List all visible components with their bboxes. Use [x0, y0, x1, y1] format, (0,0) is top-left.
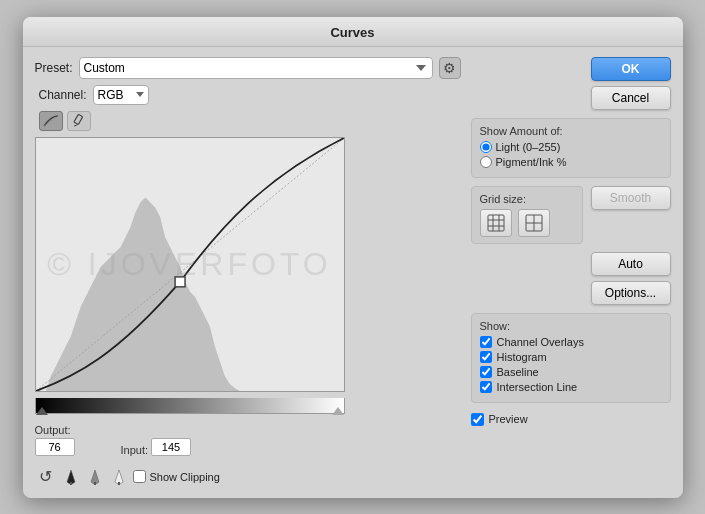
grid-size-title: Grid size: — [480, 193, 574, 205]
svg-rect-1 — [73, 114, 82, 124]
channel-overlays-row: Channel Overlays — [480, 336, 662, 348]
gear-button[interactable]: ⚙ — [439, 57, 461, 79]
show-clipping-checkbox[interactable] — [133, 470, 146, 483]
svg-rect-13 — [94, 482, 96, 485]
intersection-line-label: Intersection Line — [497, 381, 578, 393]
curve-tools — [39, 111, 461, 131]
input-label: Input: — [121, 444, 149, 456]
baseline-row: Baseline — [480, 366, 662, 378]
svg-rect-11 — [175, 276, 185, 286]
svg-line-2 — [74, 125, 77, 126]
intersection-line-checkbox[interactable] — [480, 381, 492, 393]
gray-eyedropper-button[interactable] — [85, 467, 105, 487]
preset-label: Preset: — [35, 61, 73, 75]
show-title: Show: — [480, 320, 662, 332]
pigment-label: Pigment/Ink % — [496, 156, 567, 168]
cancel-button[interactable]: Cancel — [591, 86, 671, 110]
preset-row: Preset: Custom Default Strong Contrast ⚙ — [35, 57, 461, 79]
dialog-title: Curves — [330, 25, 374, 40]
gradient-bar-horizontal — [35, 398, 345, 414]
curves-dialog: Curves Preset: Custom Default Strong Con… — [23, 17, 683, 498]
ok-button[interactable]: OK — [591, 57, 671, 81]
preview-label: Preview — [489, 413, 528, 425]
intersection-line-row: Intersection Line — [480, 381, 662, 393]
large-grid-button[interactable] — [518, 209, 550, 237]
show-amount-title: Show Amount of: — [480, 125, 662, 137]
pencil-tool-button[interactable] — [67, 111, 91, 131]
grid-size-group: Grid size: — [471, 186, 583, 244]
light-radio[interactable] — [480, 141, 492, 153]
show-group: Show: Channel Overlays Histogram Baselin… — [471, 313, 671, 403]
output-value-input[interactable]: 76 — [35, 438, 75, 456]
svg-rect-12 — [70, 482, 72, 485]
right-panel: OK Cancel Show Amount of: Light (0–255) … — [471, 57, 671, 488]
channel-select[interactable]: RGB Red Green Blue — [93, 85, 149, 105]
pigment-radio[interactable] — [480, 156, 492, 168]
preset-select[interactable]: Custom Default Strong Contrast — [79, 57, 433, 79]
channel-overlays-checkbox[interactable] — [480, 336, 492, 348]
svg-line-0 — [44, 116, 58, 126]
curve-canvas-container: © IJOVERFOTO — [35, 137, 345, 392]
black-eyedropper-button[interactable] — [61, 467, 81, 487]
histogram-label: Histogram — [497, 351, 547, 363]
channel-label: Channel: — [39, 88, 87, 102]
title-bar: Curves — [23, 17, 683, 47]
svg-rect-15 — [488, 215, 504, 231]
preview-checkbox[interactable] — [471, 413, 484, 426]
light-radio-row: Light (0–255) — [480, 141, 662, 153]
svg-rect-14 — [118, 482, 120, 485]
pigment-radio-row: Pigment/Ink % — [480, 156, 662, 168]
light-label: Light (0–255) — [496, 141, 561, 153]
channel-overlays-label: Channel Overlays — [497, 336, 584, 348]
baseline-checkbox[interactable] — [480, 366, 492, 378]
output-label: Output: — [35, 424, 75, 436]
smooth-button[interactable]: Smooth — [591, 186, 671, 210]
histogram-checkbox[interactable] — [480, 351, 492, 363]
preview-row: Preview — [471, 413, 671, 426]
black-point-thumb[interactable] — [36, 407, 48, 415]
reset-button[interactable]: ↺ — [35, 466, 57, 488]
show-clipping-label: Show Clipping — [150, 471, 220, 483]
input-value-input[interactable] — [151, 438, 191, 456]
show-amount-group: Show Amount of: Light (0–255) Pigment/In… — [471, 118, 671, 178]
curve-tool-button[interactable] — [39, 111, 63, 131]
channel-row: Channel: RGB Red Green Blue — [39, 85, 461, 105]
left-panel: Preset: Custom Default Strong Contrast ⚙… — [35, 57, 461, 488]
white-eyedropper-button[interactable] — [109, 467, 129, 487]
curve-svg[interactable] — [36, 138, 344, 391]
options-button[interactable]: Options... — [591, 281, 671, 305]
white-point-thumb[interactable] — [332, 407, 344, 415]
grid-buttons — [480, 209, 574, 237]
histogram-row: Histogram — [480, 351, 662, 363]
baseline-label: Baseline — [497, 366, 539, 378]
small-grid-button[interactable] — [480, 209, 512, 237]
auto-button[interactable]: Auto — [591, 252, 671, 276]
